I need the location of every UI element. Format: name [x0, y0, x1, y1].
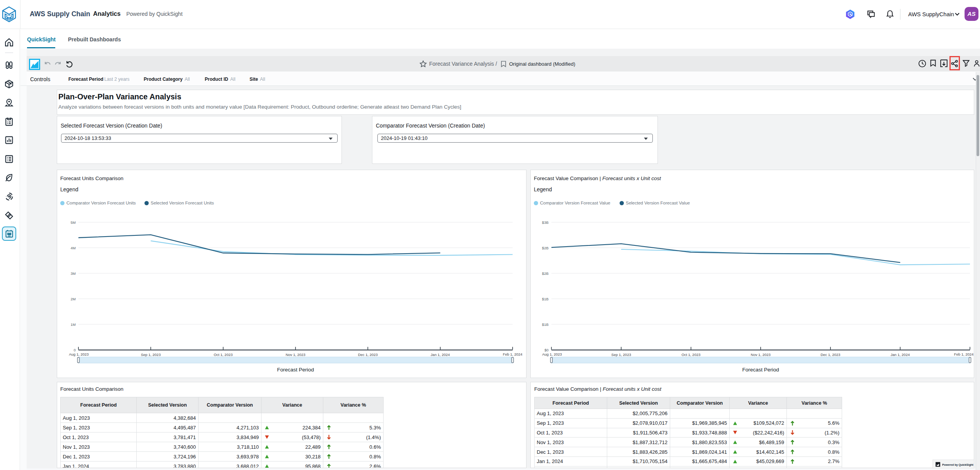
svg-text:$2B: $2B [542, 246, 549, 250]
svg-text:Sep 1, 2023: Sep 1, 2023 [611, 352, 631, 357]
svg-text:1M: 1M [71, 322, 76, 327]
svg-text:Aug 1, 2023: Aug 1, 2023 [69, 352, 88, 356]
svg-text:Forecast Period: Forecast Period [277, 367, 314, 373]
svg-text:Forecast Period: Forecast Period [742, 367, 779, 373]
svg-text:Feb 1, 2024: Feb 1, 2024 [503, 352, 523, 356]
svg-text:$3B: $3B [542, 220, 549, 225]
svg-text:Dec 1, 2023: Dec 1, 2023 [358, 352, 378, 357]
svg-text:Dec 1, 2023: Dec 1, 2023 [820, 352, 840, 357]
svg-text:0: 0 [74, 348, 76, 352]
svg-text:Jan 1, 2024: Jan 1, 2024 [431, 352, 450, 357]
svg-text:Nov 1, 2023: Nov 1, 2023 [751, 352, 771, 357]
svg-text:Oct 1, 2023: Oct 1, 2023 [681, 352, 700, 357]
svg-text:$2B: $2B [542, 271, 549, 276]
svg-text:Nov 1, 2023: Nov 1, 2023 [285, 352, 305, 357]
svg-text:Feb 1, 2024: Feb 1, 2024 [954, 352, 974, 356]
svg-text:2M: 2M [71, 297, 76, 301]
svg-text:Oct 1, 2023: Oct 1, 2023 [214, 352, 233, 357]
svg-text:4M: 4M [71, 246, 76, 250]
svg-text:Aug 1, 2023: Aug 1, 2023 [542, 352, 562, 356]
svg-text:5M: 5M [71, 220, 76, 225]
svg-text:Sep 1, 2023: Sep 1, 2023 [141, 352, 161, 357]
svg-text:$1B: $1B [542, 297, 549, 301]
svg-text:Jan 1, 2024: Jan 1, 2024 [891, 352, 910, 357]
svg-text:$1B: $1B [542, 322, 549, 327]
svg-text:3M: 3M [71, 271, 76, 276]
svg-text:$0: $0 [544, 348, 549, 352]
